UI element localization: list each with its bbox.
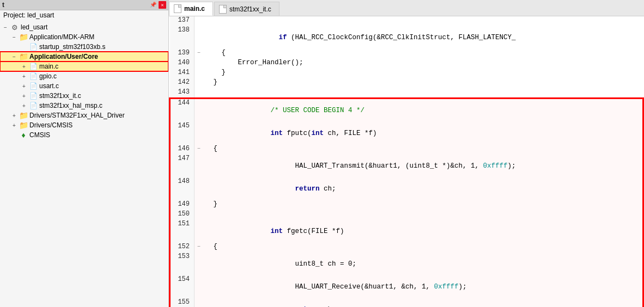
table-row: 143 [170,88,643,98]
line-number: 155 [170,298,195,308]
line-number: 150 [170,210,195,220]
line-code: int fgetc(FILE *f) [203,220,643,243]
sidebar-item-label-main: main.c [39,63,58,70]
table-row: 142 } [170,78,643,88]
line-number: 146 [170,145,195,155]
line-code [203,88,643,98]
project-name: Project: led_usart [3,11,54,19]
file-icon-gpio: 📄 [28,72,38,81]
table-row: 139 − { [170,49,643,59]
line-number: 143 [170,88,195,98]
expander-stm32-hal: + [20,103,28,109]
table-row: 150 [170,210,643,220]
sidebar-item-led-usart[interactable]: − ⚙ led_usart [0,22,168,32]
expander-main: + [20,64,28,70]
line-code [203,16,643,26]
sidebar-item-main-c[interactable]: + 📄 main.c [0,62,168,71]
sidebar-item-label-drivers-cmsis: Drivers/CMSIS [29,121,72,129]
sidebar-item-label-gpio: gpio.c [39,72,57,80]
editor: main.c stm32f1xx_it.c 137 138 [169,0,644,307]
line-fold: − [195,49,203,59]
sidebar-item-stm32-hal[interactable]: + 📄 stm32f1xx_hal_msp.c [0,101,168,110]
keyword: if [279,34,287,41]
table-row: 141 } [170,69,643,78]
line-code: } [203,69,643,78]
line-number: 148 [170,177,195,200]
sidebar-item-label-stm32-hal: stm32f1xx_hal_msp.c [39,102,102,109]
line-fold: − [195,145,203,155]
line-code: HAL_UART_Receive(&huart1, &ch, 1, 0xffff… [203,275,643,298]
close-icon[interactable]: ✕ [159,1,166,9]
line-number: 138 [170,26,195,49]
table-row: 137 [170,16,643,26]
line-fold [195,210,203,220]
table-row: 155 return ch; [170,298,643,308]
keyword: return [295,185,320,193]
sidebar-item-startup[interactable]: 📄 startup_stm32f103xb.s [0,42,168,52]
line-number: 137 [170,16,195,26]
line-number: 144 [170,98,195,122]
diamond-icon: ♦ [19,131,28,139]
file-icon-stm32-it: 📄 [28,91,38,100]
sidebar-item-gpio[interactable]: + 📄 gpio.c [0,71,168,81]
folder-icon-drivers-stm: 📁 [19,111,28,120]
tab-main-c[interactable]: main.c [169,2,213,16]
line-code: Error_Handler(); [203,59,643,69]
line-fold [195,253,203,275]
sidebar-item-drivers-stm[interactable]: + 📁 Drivers/STM32F1xx_HAL_Driver [0,110,168,120]
expander-app-user: − [10,54,19,60]
expander-cmsis [10,132,19,138]
tab-label-stm32: stm32f1xx_it.c [229,5,271,13]
sidebar-item-usart[interactable]: + 📄 usart.c [0,81,168,91]
line-code: return ch; [203,177,643,200]
sidebar-tree: − ⚙ led_usart − 📁 Application/MDK-ARM 📄 … [0,20,168,307]
table-row: 146 − { [170,145,643,155]
line-code: { [203,145,643,155]
sidebar-item-app-user-core[interactable]: − 📁 Application/User/Core [0,52,168,62]
line-number: 141 [170,69,195,78]
tab-label-main: main.c [184,5,205,13]
line-number: 147 [170,155,195,177]
settings-icon: ⚙ [10,23,20,32]
line-code: /* USER CODE BEGIN 4 */ [203,98,643,122]
sidebar-item-cmsis[interactable]: ♦ CMSIS [0,130,168,140]
expander-led-usart: − [1,24,10,30]
line-code: int fputc(int ch, FILE *f) [203,122,643,145]
table-row: 145 int fputc(int ch, FILE *f) [170,122,643,145]
line-code: if (HAL_RCC_ClockConfig(&RCC_ClkInitStru… [203,26,643,49]
line-number: 145 [170,122,195,145]
line-fold [195,59,203,69]
tab-stm32-it[interactable]: stm32f1xx_it.c [214,2,280,16]
code-area[interactable]: 137 138 if (HAL_RCC_ClockConfig(&RCC_Clk… [169,16,644,307]
line-fold [195,177,203,200]
hex-value: 0xffff [434,283,459,291]
line-fold [195,16,203,26]
line-fold [195,298,203,308]
project-label: Project: led_usart [0,10,168,20]
line-number: 151 [170,220,195,243]
sidebar-item-app-mdk[interactable]: − 📁 Application/MDK-ARM [0,32,168,42]
line-number: 153 [170,253,195,275]
line-fold [195,220,203,243]
table-row: 148 return ch; [170,177,643,200]
keyword: int [312,130,324,137]
sidebar-item-label-drivers-stm: Drivers/STM32F1xx_HAL_Driver [29,112,125,119]
folder-icon-user: 📁 [19,52,28,61]
line-fold [195,275,203,298]
table-row: 153 uint8_t ch = 0; [170,253,643,275]
table-row: 138 if (HAL_RCC_ClockConfig(&RCC_ClkInit… [170,26,643,49]
line-fold [195,78,203,88]
line-number: 152 [170,243,195,253]
sidebar-item-label-user: Application/User/Core [29,53,98,60]
line-fold: − [195,243,203,253]
pin-icon[interactable]: 📌 [149,1,157,9]
expander-app-mdk: − [10,34,19,40]
sidebar: t 📌 ✕ Project: led_usart − ⚙ led_usart −… [0,0,169,307]
folder-icon-mdk: 📁 [19,33,28,41]
sidebar-item-drivers-cmsis[interactable]: + 📁 Drivers/CMSIS [0,120,168,130]
line-fold [195,200,203,210]
sidebar-item-stm32-it[interactable]: + 📄 stm32f1xx_it.c [0,91,168,101]
expander-gpio: + [20,73,28,79]
sidebar-item-label: led_usart [21,23,47,31]
folder-icon-drivers-cmsis: 📁 [19,121,28,130]
